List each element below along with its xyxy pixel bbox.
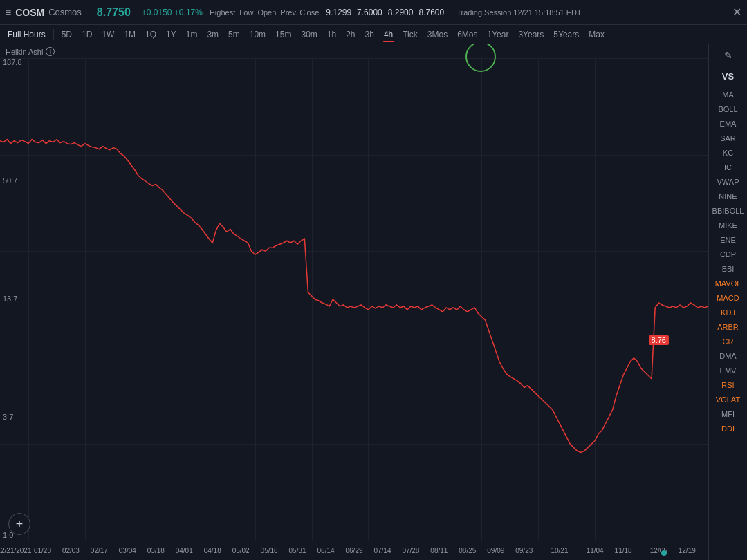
current-price-tag: 8.76 [649,335,669,345]
date-label: 07/28 [402,547,419,554]
add-indicator-button[interactable]: + [8,513,30,535]
date-label: 06/29 [345,547,362,554]
date-label: 03/04 [119,547,136,554]
toolbar: Full Hours5D1D1W1M1Q1Y1m3m5m10m15m30m1h2… [0,25,747,44]
price-chart-svg [0,58,708,541]
toolbar-btn-30min[interactable]: 30m [296,28,322,41]
date-label: 04/18 [204,547,221,554]
indicator-btn-arbr[interactable]: ARBR [711,320,746,334]
toolbar-btn-1m[interactable]: 1M [119,28,140,41]
toolbar-btn-2h[interactable]: 2h [341,28,360,41]
date-label: 11/18 [615,547,632,554]
trading-session: Trading Session 12/21 15:18:51 EDT [456,8,726,17]
indicator-btn-vwap[interactable]: VWAP [711,175,746,189]
date-axis: 12/21/202101/2002/0302/1703/0403/1804/01… [0,541,708,560]
right-panel: ✎ VS MABOLLEMASARKCICVWAPNINEBBIBOLLMIKE… [708,44,747,560]
menu-icon[interactable]: ≡ [6,7,11,18]
date-label: 02/17 [91,547,108,554]
toolbar-btn-1min[interactable]: 1m [181,28,203,41]
indicator-btn-volat[interactable]: VOLAT [711,393,746,407]
edit-button[interactable]: ✎ [711,47,746,64]
date-label: 06/14 [317,547,335,554]
price-label-4: 3.7 [3,413,32,421]
toolbar-btn-5min[interactable]: 5m [223,28,245,41]
info-icon[interactable]: i [46,47,55,56]
indicator-btn-ddi[interactable]: DDI [711,422,746,436]
indicator-btn-kdj[interactable]: KDJ [711,306,746,319]
date-label: 08/25 [459,547,476,554]
toolbar-btn-3mos[interactable]: 3Mos [423,28,452,41]
main-content: Heikin Ashi i 187.8 50.7 13.7 3.7 1.0 8.… [0,44,747,560]
toolbar-btn-1y[interactable]: 1Y [161,28,181,41]
date-label: 12/19 [679,547,696,554]
toolbar-btn-1year[interactable]: 1Year [482,28,513,41]
date-label: 11/04 [587,547,604,554]
indicator-btn-ic[interactable]: IC [711,160,746,174]
price-label-3: 13.7 [3,295,32,303]
toolbar-btn-3years[interactable]: 3Years [513,28,548,41]
indicator-btn-mavol[interactable]: MAVOL [711,277,746,290]
price-change: +0.0150 +0.17% [142,8,203,17]
toolbar-btn-1q[interactable]: 1Q [140,28,161,41]
toolbar-btn-3min[interactable]: 3m [202,28,223,41]
indicator-btn-boll[interactable]: BOLL [711,102,746,116]
indicator-btn-mfi[interactable]: MFI [711,407,746,421]
indicator-btn-cr[interactable]: CR [711,335,746,348]
date-label: 12/21/2021 [0,547,32,554]
indicator-btn-sar[interactable]: SAR [711,131,746,145]
date-label: 05/31 [289,547,306,554]
toolbar-full-hours[interactable]: Full Hours [3,28,50,41]
toolbar-btn-1h[interactable]: 1h [322,28,341,41]
toolbar-btn-1d[interactable]: 1D [77,28,97,41]
ticker-name: Cosmos [48,7,82,17]
price-axis: 187.8 50.7 13.7 3.7 1.0 [0,58,35,539]
indicator-btn-bbi[interactable]: BBI [711,262,746,276]
chart-area: Heikin Ashi i 187.8 50.7 13.7 3.7 1.0 8.… [0,44,708,560]
price-values: 9.1299 7.6000 8.2900 8.7600 [326,8,444,17]
indicator-btn-dma[interactable]: DMA [711,349,746,363]
header: ≡ COSM Cosmos 8.7750 +0.0150 +0.17% High… [0,0,747,25]
toolbar-btn-tick[interactable]: Tick [398,28,423,41]
indicator-btn-mike[interactable]: MIKE [711,218,746,232]
toolbar-btn-max[interactable]: Max [584,28,609,41]
date-label: 01/20 [34,547,51,554]
indicator-btn-rsi[interactable]: RSI [711,378,746,392]
indicator-btn-ene[interactable]: ENE [711,233,746,247]
indicator-btn-cdp[interactable]: CDP [711,248,746,261]
indicator-btn-emv[interactable]: EMV [711,364,746,377]
date-label: 09/09 [487,547,504,554]
date-label: 10/21 [551,547,568,554]
date-label: 03/18 [147,547,165,554]
date-label: 07/14 [374,547,391,554]
main-price: 8.7750 [97,6,131,19]
indicator-btn-kc[interactable]: KC [711,146,746,160]
indicator-btn-ema[interactable]: EMA [711,117,746,131]
toolbar-btn-6mos[interactable]: 6Mos [452,28,482,41]
indicator-btn-macd[interactable]: MACD [711,291,746,305]
indicator-btn-ma[interactable]: MA [711,88,746,102]
date-label: 05/16 [261,547,278,554]
logo-area: ≡ COSM Cosmos [6,7,82,18]
price-label-2: 50.7 [3,176,32,185]
price-labels: Highest Low Open Prev. Close [210,8,319,17]
chart-label: Heikin Ashi i [6,47,55,56]
indicator-btn-bbiboll[interactable]: BBIBOLL [711,204,746,218]
status-dot [661,550,667,556]
toolbar-btn-4h[interactable]: 4h [379,28,398,41]
toolbar-btn-15min[interactable]: 15m [270,28,296,41]
date-label: 08/11 [430,547,448,554]
date-label: 02/03 [62,547,80,554]
close-button[interactable]: ✕ [732,6,741,19]
indicator-btn-nine[interactable]: NINE [711,189,746,203]
toolbar-btn-10min[interactable]: 10m [245,28,270,41]
date-label: 05/02 [232,547,250,554]
vs-button[interactable]: VS [711,68,746,84]
ticker-symbol[interactable]: COSM [15,7,44,18]
date-label: 04/01 [176,547,193,554]
date-label: 09/23 [515,547,533,554]
toolbar-btn-5d[interactable]: 5D [57,28,77,41]
toolbar-btn-5years[interactable]: 5Years [548,28,584,41]
toolbar-btn-1w[interactable]: 1W [97,28,119,41]
price-label-1: 187.8 [3,58,32,66]
toolbar-btn-3h[interactable]: 3h [360,28,379,41]
